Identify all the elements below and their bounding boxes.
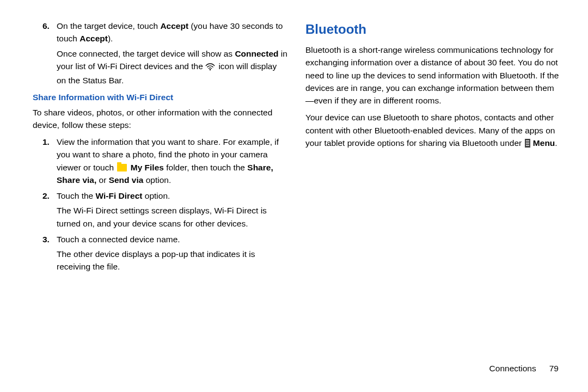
list-body: Touch the Wi-Fi Direct option. The Wi-Fi… xyxy=(57,189,288,230)
text: Once connected, the target device will s… xyxy=(57,49,235,58)
list-item-6: 6. On the target device, touch Accept (y… xyxy=(33,20,288,45)
bold-text: Connected xyxy=(235,49,278,58)
footer-page-number: 79 xyxy=(549,364,559,373)
text: option. xyxy=(143,191,170,200)
text: Touch a connected device name. xyxy=(57,235,180,244)
list-body: View the information that you want to sh… xyxy=(57,136,288,186)
list-number: 1. xyxy=(33,136,57,186)
continuation-text: The Wi-Fi Direct settings screen display… xyxy=(57,204,288,230)
text: or xyxy=(96,175,108,185)
right-column: Bluetooth Bluetooth is a short-range wir… xyxy=(297,0,588,392)
list-body: On the target device, touch Accept (you … xyxy=(57,20,288,45)
text: folder, then touch the xyxy=(164,163,247,172)
list-number: 6. xyxy=(33,20,57,45)
bold-text: Accept xyxy=(160,21,188,30)
page-footer: Connections79 xyxy=(305,362,561,379)
bold-text: My Files xyxy=(131,163,164,172)
paragraph: Bluetooth is a short-range wireless comm… xyxy=(305,44,561,107)
bold-text: Menu xyxy=(533,138,555,148)
menu-icon xyxy=(525,138,530,151)
paragraph: Your device can use Bluetooth to share p… xyxy=(305,111,561,151)
sub-heading-share-info: Share Information with Wi-Fi Direct xyxy=(33,91,288,103)
folder-icon xyxy=(117,164,127,171)
svg-point-0 xyxy=(210,69,211,70)
svg-rect-2 xyxy=(526,140,529,142)
list-number: 3. xyxy=(33,233,57,273)
continuation-text: The other device displays a pop-up that … xyxy=(57,248,288,273)
footer-section-label: Connections xyxy=(489,364,536,373)
bold-text: Send via xyxy=(109,175,144,185)
list-item-2: 2. Touch the Wi-Fi Direct option. The Wi… xyxy=(33,189,288,230)
wifi-direct-icon xyxy=(205,62,215,74)
list-item-3: 3. Touch a connected device name. The ot… xyxy=(33,233,288,273)
list-item-1: 1. View the information that you want to… xyxy=(33,136,288,186)
list-body: Touch a connected device name. The other… xyxy=(57,233,288,273)
text: Your device can use Bluetooth to share p… xyxy=(305,113,555,148)
section-heading-bluetooth: Bluetooth xyxy=(305,20,561,39)
svg-rect-3 xyxy=(526,143,529,144)
intro-text: To share videos, photos, or other inform… xyxy=(33,106,288,132)
svg-rect-4 xyxy=(526,145,529,146)
text: option. xyxy=(143,175,171,185)
bold-text: Wi-Fi Direct xyxy=(96,191,143,200)
left-column: 6. On the target device, touch Accept (y… xyxy=(0,0,297,392)
text: . xyxy=(555,138,557,148)
bold-text: Accept xyxy=(79,34,108,43)
list-number: 2. xyxy=(33,189,57,230)
continuation-text: Once connected, the target device will s… xyxy=(33,47,288,87)
text: On the target device, touch xyxy=(57,21,160,30)
text: Touch the xyxy=(57,191,96,200)
text: ). xyxy=(108,34,113,43)
